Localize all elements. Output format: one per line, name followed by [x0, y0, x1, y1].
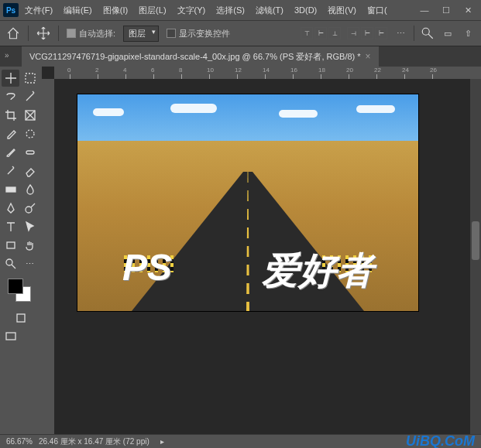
document-tab[interactable]: VCG211297476719-gigapixel-standard-scale…	[22, 46, 379, 67]
cloud-shape	[356, 105, 395, 113]
zoom-tool[interactable]	[2, 255, 19, 272]
align-bottom-icon[interactable]: ⊥	[328, 27, 341, 39]
canvas-area: 02468101214161820222426	[42, 67, 481, 434]
svg-point-3	[26, 130, 34, 138]
brush-tool[interactable]	[2, 144, 19, 161]
history-brush-tool[interactable]	[2, 162, 19, 180]
pen-tool[interactable]	[2, 200, 19, 217]
scrollbar-vertical[interactable]	[470, 79, 481, 434]
artboard-icon[interactable]: ▭	[441, 26, 455, 40]
scrollbar-thumb[interactable]	[472, 221, 479, 260]
type-tool[interactable]	[2, 218, 19, 235]
screen-mode-icon[interactable]	[2, 328, 19, 345]
menu-file[interactable]: 文件(F)	[20, 2, 57, 19]
align-group-2: ⊣ ⊢ ⊢	[347, 27, 387, 39]
standard-mode-icon[interactable]	[12, 309, 30, 327]
cloud-shape	[170, 104, 217, 113]
search-icon[interactable]	[421, 26, 435, 40]
frame-tool[interactable]	[21, 107, 39, 124]
svg-rect-5	[6, 187, 15, 192]
show-transform-checkbox[interactable]: 显示变换控件	[167, 28, 230, 39]
more-options-icon[interactable]: ⋯	[393, 26, 407, 40]
path-selection-tool[interactable]	[21, 218, 39, 235]
status-zoom[interactable]: 66.67%	[6, 437, 33, 446]
color-swatches[interactable]	[2, 274, 40, 308]
show-transform-label: 显示变换控件	[179, 28, 230, 39]
svg-rect-4	[26, 151, 34, 154]
canvas-text-right: 爱好者	[262, 246, 373, 296]
minimize-button[interactable]: —	[414, 2, 435, 18]
maximize-button[interactable]: ☐	[436, 2, 456, 18]
svg-rect-1	[26, 74, 35, 83]
menu-select[interactable]: 选择(S)	[211, 2, 249, 19]
svg-point-8	[6, 259, 12, 265]
menu-image[interactable]: 图像(I)	[98, 2, 132, 19]
align-hcenter-icon[interactable]: ⊢	[361, 27, 373, 39]
tools-panel: ⋯	[0, 67, 42, 434]
ruler-vertical[interactable]	[42, 79, 54, 434]
menu-edit[interactable]: 编辑(E)	[59, 2, 97, 19]
menu-filter[interactable]: 滤镜(T)	[251, 2, 288, 19]
cloud-shape	[279, 110, 318, 118]
more-tools-icon[interactable]: ⋯	[21, 255, 39, 272]
foreground-color[interactable]	[8, 279, 23, 294]
hand-tool[interactable]	[21, 237, 39, 254]
svg-rect-10	[6, 333, 15, 340]
tab-close-icon[interactable]: ×	[366, 51, 371, 62]
auto-select-label: 自动选择:	[79, 28, 115, 39]
separator	[414, 26, 414, 41]
separator	[58, 26, 59, 41]
align-group-1: ⊤ ⊢ ⊥	[301, 27, 341, 39]
healing-brush-tool[interactable]	[21, 144, 39, 161]
menu-type[interactable]: 文字(Y)	[173, 2, 211, 19]
canvas-text-left: PS	[122, 246, 172, 296]
checkbox-icon	[167, 29, 176, 38]
menu-3d[interactable]: 3D(D)	[290, 2, 321, 18]
marquee-dashed-tool[interactable]	[21, 125, 39, 142]
tab-title: VCG211297476719-gigapixel-standard-scale…	[29, 51, 361, 63]
align-vcenter-icon[interactable]: ⊢	[314, 27, 327, 39]
menu-layer[interactable]: 图层(L)	[134, 2, 170, 19]
tabbar-menu-icon[interactable]: »	[5, 51, 9, 60]
document-canvas[interactable]: PS 爱好者	[77, 94, 418, 311]
app-logo: Ps	[3, 3, 19, 17]
menu-window[interactable]: 窗口(	[362, 2, 392, 19]
lasso-tool[interactable]	[2, 88, 19, 105]
auto-select-checkbox[interactable]: 自动选择:	[67, 28, 115, 39]
align-right-icon[interactable]: ⊢	[375, 27, 387, 39]
menu-view[interactable]: 视图(V)	[323, 2, 361, 19]
blur-tool[interactable]	[21, 181, 39, 198]
status-docsize: 26.46 厘米 x 16.47 厘米 (72 ppi)	[39, 436, 149, 447]
ruler-horizontal[interactable]: 02468101214161820222426	[54, 67, 481, 79]
svg-rect-9	[17, 314, 25, 322]
svg-rect-7	[7, 242, 15, 248]
svg-point-6	[26, 207, 32, 213]
svg-point-0	[422, 28, 429, 35]
move-tool-icon[interactable]	[36, 26, 50, 40]
move-tool[interactable]	[2, 70, 19, 87]
dodge-tool[interactable]	[21, 200, 39, 217]
rectangle-tool[interactable]	[2, 237, 19, 254]
watermark-text: UiBQ.CoM	[406, 433, 475, 448]
align-top-icon[interactable]: ⊤	[301, 27, 313, 39]
checkbox-icon	[67, 29, 76, 38]
separator	[28, 26, 29, 41]
gradient-tool[interactable]	[2, 181, 19, 198]
cloud-shape	[93, 108, 124, 116]
align-left-icon[interactable]: ⊣	[347, 27, 359, 39]
crop-tool[interactable]	[2, 107, 19, 124]
marquee-tool[interactable]	[21, 70, 39, 87]
eraser-tool[interactable]	[21, 162, 39, 180]
home-icon[interactable]	[6, 26, 20, 40]
share-icon[interactable]: ⇧	[461, 26, 475, 40]
auto-select-dropdown[interactable]: 图层	[123, 26, 159, 42]
magic-wand-tool[interactable]	[21, 88, 39, 105]
close-button[interactable]: ✕	[458, 2, 478, 18]
status-dropdown-icon[interactable]: ▸	[160, 437, 164, 446]
eyedropper-tool[interactable]	[2, 125, 19, 142]
